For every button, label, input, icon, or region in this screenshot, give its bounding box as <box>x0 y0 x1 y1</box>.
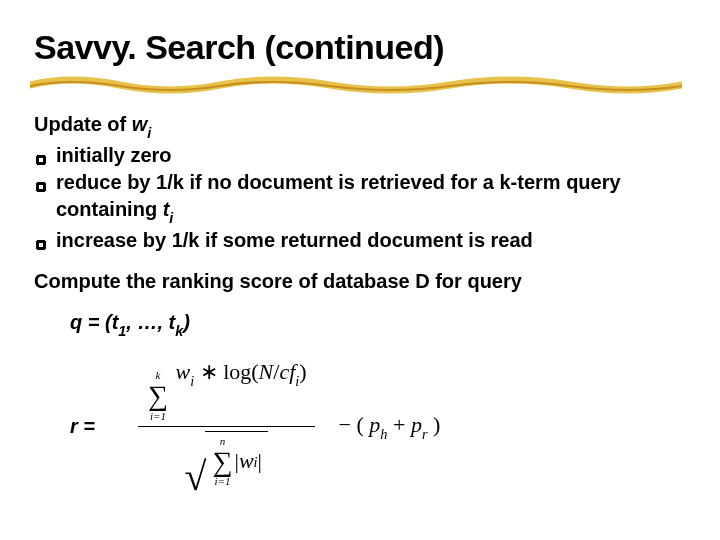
svg-rect-3 <box>43 156 46 164</box>
q-definition: q = (t1, …, tk) <box>34 309 686 340</box>
bullet-2: reduce by 1/k if no document is retrieve… <box>34 169 686 227</box>
sum-symbol: n ∑ i=1 <box>213 436 233 487</box>
sum-symbol: k ∑ i=1 <box>148 370 168 421</box>
bullet-icon <box>34 147 48 161</box>
update-heading: Update of wi <box>34 111 686 142</box>
svg-rect-11 <box>43 241 46 249</box>
r-label: r = <box>70 413 128 440</box>
svg-rect-6 <box>36 183 39 191</box>
formula-body: k ∑ i=1 wi ∗ log(N/cfi) √ n <box>128 353 440 499</box>
update-block: Update of wi initially zero <box>34 111 686 254</box>
svg-rect-7 <box>43 183 46 191</box>
title-underline <box>34 71 686 97</box>
bullet-2-text: reduce by 1/k if no document is retrieve… <box>56 169 686 227</box>
compute-line: Compute the ranking score of database D … <box>34 268 686 295</box>
bullet-icon <box>34 232 48 246</box>
ranking-formula: r = k ∑ i=1 wi ∗ log(N/cfi) √ <box>34 353 686 499</box>
numerator: k ∑ i=1 wi ∗ log(N/cfi) <box>138 353 315 425</box>
penalty-term: − ( ph + pr ) <box>339 410 441 443</box>
slide-body: Update of wi initially zero <box>34 111 686 500</box>
fraction: k ∑ i=1 wi ∗ log(N/cfi) √ n <box>138 353 315 499</box>
slide-title: Savvy. Search (continued) <box>34 28 686 67</box>
bullet-3: increase by 1/k if some returned documen… <box>34 227 686 254</box>
svg-rect-2 <box>36 156 39 164</box>
bullet-1-text: initially zero <box>56 142 686 169</box>
svg-rect-10 <box>36 241 39 249</box>
sqrt: √ n ∑ i=1 | wi | <box>185 431 268 487</box>
slide: Savvy. Search (continued) Update of wi <box>0 0 720 540</box>
bullet-1: initially zero <box>34 142 686 169</box>
bullet-3-text: increase by 1/k if some returned documen… <box>56 227 686 254</box>
denominator: √ n ∑ i=1 | wi | <box>177 427 276 500</box>
bullet-icon <box>34 174 48 188</box>
